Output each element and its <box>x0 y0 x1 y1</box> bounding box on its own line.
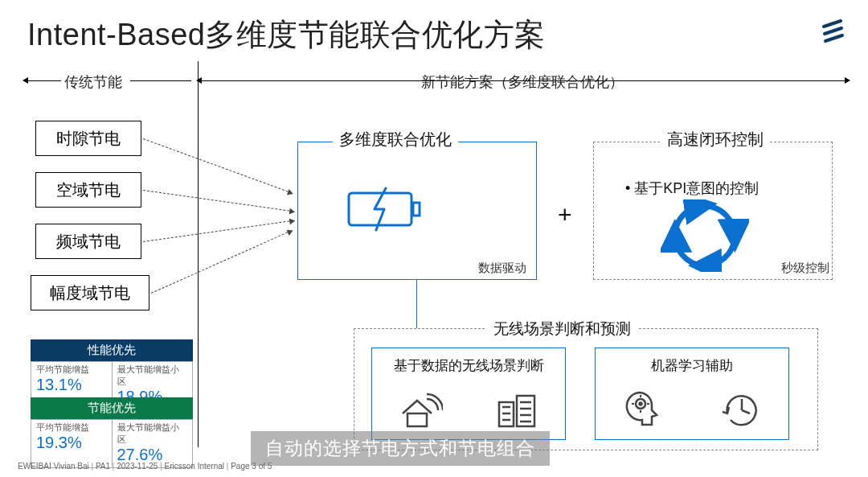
scenario-left-box: 基于数据的无线场景判断 <box>371 347 566 440</box>
connector-arrow <box>143 190 289 212</box>
vertical-divider <box>198 61 199 447</box>
plus-symbol: + <box>558 201 572 228</box>
svg-rect-5 <box>407 413 427 426</box>
divider <box>130 80 191 81</box>
section-right-label: 新节能方案（多维度联合优化） <box>421 72 624 92</box>
metric-cell: 平均节能增益 19.3% <box>31 420 113 467</box>
svg-line-0 <box>824 21 841 27</box>
footer-item: 2023-11-25 <box>117 462 164 471</box>
scenario-right-label: 机器学习辅助 <box>596 356 788 375</box>
svg-point-16 <box>640 403 642 405</box>
svg-rect-4 <box>413 203 420 216</box>
metrics-header: 性能优先 <box>31 339 193 361</box>
battery-bolt-icon <box>347 187 421 235</box>
optimization-title: 多维度联合优化 <box>333 129 458 150</box>
metrics-header: 节能优先 <box>31 397 193 419</box>
metric-key: 最大节能增益小区 <box>117 421 188 446</box>
slide-title: Intent-Based多维度节能联合优化方案 <box>27 14 546 56</box>
footer-item: EWEIBAI Vivian Bai <box>18 462 96 471</box>
connector-arrow <box>151 232 288 294</box>
scenario-group-title: 无线场景判断和预测 <box>485 319 639 339</box>
closed-loop-title: 高速闭环控制 <box>661 129 770 150</box>
cycle-arrows-icon <box>661 199 749 275</box>
metric-key: 最大节能增益小区 <box>117 364 188 388</box>
legacy-item: 时隙节电 <box>35 121 141 156</box>
section-left-label: 传统节能 <box>64 72 122 92</box>
vertical-connector <box>416 280 417 328</box>
video-caption-overlay: 自动的选择节电方式和节电组合 <box>251 431 550 466</box>
svg-line-1 <box>825 28 841 34</box>
metric-key: 平均节能增益 <box>36 364 107 376</box>
clock-back-icon <box>718 388 763 433</box>
legacy-item: 空域节电 <box>35 172 141 208</box>
optimization-footer: 数据驱动 <box>478 261 526 276</box>
metrics-saving: 节能优先 平均节能增益 19.3% 最大节能增益小区 27.6% <box>31 397 193 468</box>
scenario-left-label: 基于数据的无线场景判断 <box>372 356 565 375</box>
svg-line-2 <box>825 35 842 41</box>
closed-loop-footer: 秒级控制 <box>781 261 829 276</box>
svg-line-22 <box>742 410 750 413</box>
closed-loop-bullet: • 基于KPI意图的控制 <box>625 179 759 198</box>
connector-arrow <box>143 138 289 192</box>
metric-value: 19.3% <box>36 434 107 452</box>
arrow-left-icon <box>27 80 61 81</box>
metric-key: 平均节能增益 <box>36 421 107 434</box>
connector-arrow <box>143 220 289 242</box>
scenario-right-box: 机器学习辅助 <box>595 347 789 440</box>
house-signal-icon <box>398 391 443 433</box>
section-header: 传统节能 新节能方案（多维度联合优化） <box>27 71 845 90</box>
ai-head-gear-icon <box>621 388 666 433</box>
legacy-item: 幅度域节电 <box>31 275 149 310</box>
metric-cell: 最大节能增益小区 27.6% <box>113 420 193 467</box>
legacy-item: 频域节电 <box>35 224 141 259</box>
footer-item: PA1 <box>96 462 117 471</box>
buildings-icon <box>494 391 539 433</box>
footer-item: Ericsson Internal <box>165 462 231 471</box>
slide-footer: EWEIBAI Vivian Bai PA1 2023-11-25 Ericss… <box>18 462 272 471</box>
metric-value: 13.1% <box>36 376 107 394</box>
ericsson-logo <box>821 19 845 47</box>
